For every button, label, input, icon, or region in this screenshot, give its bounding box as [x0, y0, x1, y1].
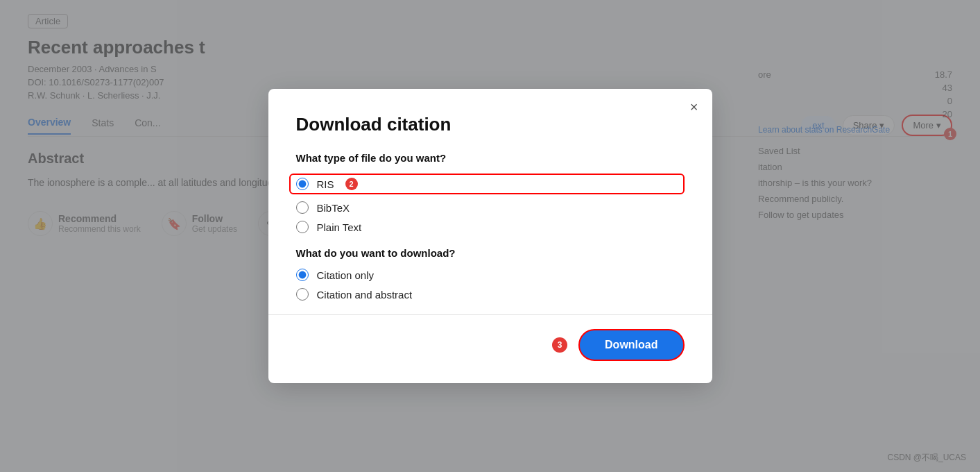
download-citation-modal: × Download citation What type of file do…	[268, 89, 712, 383]
radio-citation-only-label: Citation only	[317, 269, 375, 281]
modal-close-button[interactable]: ×	[690, 100, 698, 114]
file-type-section: What type of file do you want? RIS 2 Bib…	[296, 152, 685, 233]
download-type-section: What do you want to download? Citation o…	[296, 247, 685, 301]
radio-citation-abstract-label: Citation and abstract	[317, 289, 413, 301]
modal-divider	[268, 314, 712, 315]
file-type-question: What type of file do you want?	[296, 152, 685, 164]
radio-bibtex-label: BibTeX	[317, 202, 350, 214]
download-question: What do you want to download?	[296, 247, 685, 259]
radio-ris-label: RIS	[317, 178, 334, 190]
radio-bibtex[interactable]: BibTeX	[296, 201, 685, 214]
modal-footer: 3 Download	[296, 329, 685, 361]
radio-citation-abstract[interactable]: Citation and abstract	[296, 288, 685, 301]
download-button[interactable]: Download	[578, 329, 684, 361]
radio-citation-only[interactable]: Citation only	[296, 269, 685, 281]
radio-ris[interactable]: RIS 2	[289, 174, 685, 194]
ris-badge: 2	[345, 178, 358, 190]
radio-plaintext-label: Plain Text	[317, 221, 362, 233]
modal-title: Download citation	[296, 114, 685, 135]
radio-plaintext[interactable]: Plain Text	[296, 221, 685, 233]
download-badge: 3	[552, 337, 567, 353]
